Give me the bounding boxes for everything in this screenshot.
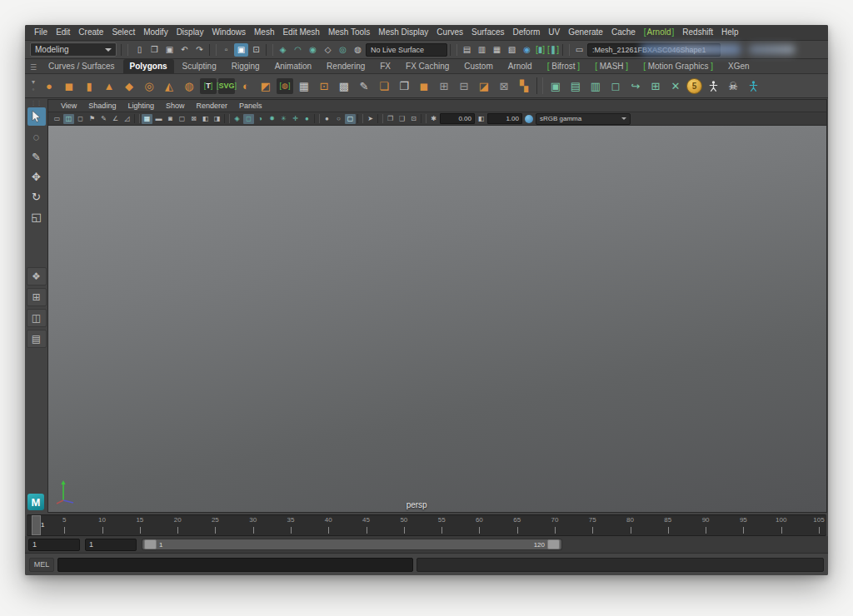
- viewport-toolbar-icon-18[interactable]: ◑: [255, 114, 266, 124]
- viewport-toolbar-icon-17[interactable]: ◻: [243, 114, 254, 124]
- scale-tool[interactable]: ◱: [27, 207, 46, 226]
- viewport-toolbar-icon-5[interactable]: ∠: [110, 114, 121, 124]
- move-tool[interactable]: ✥: [27, 167, 46, 186]
- duplicate-face-icon[interactable]: ❐: [395, 77, 413, 96]
- viewport-toolbar-icon-24[interactable]: ●: [322, 114, 332, 124]
- look-dev-view-icon[interactable]: ❚: [546, 45, 560, 54]
- viewport-toolbar-icon-12[interactable]: ⊠: [188, 114, 199, 124]
- render-view-icon[interactable]: ◉: [520, 43, 534, 57]
- viewport-menu-panels[interactable]: Panels: [233, 102, 268, 110]
- menu-help[interactable]: Help: [717, 25, 743, 40]
- viewport-toolbar-icon-22[interactable]: ●: [302, 114, 312, 124]
- unsmooth-mesh-icon[interactable]: ◻: [606, 77, 625, 96]
- viewport-toolbar-icon-19[interactable]: ✸: [267, 114, 277, 124]
- poly-cone-icon[interactable]: ▲: [100, 77, 118, 96]
- input-operations-icon[interactable]: ▤: [460, 43, 474, 57]
- select-hierarchy-icon[interactable]: ▫: [219, 43, 233, 57]
- planar-projection-icon[interactable]: ◩: [257, 77, 275, 96]
- menu-select[interactable]: Select: [107, 25, 139, 40]
- snap-to-curve-icon[interactable]: ◠: [291, 43, 305, 57]
- save-scene-icon[interactable]: ▣: [162, 43, 177, 57]
- snap-to-point-icon[interactable]: ◉: [306, 43, 320, 57]
- viewport-toolbar-icon-26[interactable]: ▢: [345, 114, 356, 124]
- shelf-tab-rigging[interactable]: Rigging: [225, 59, 267, 73]
- live-surface-field[interactable]: No Live Surface: [366, 43, 447, 57]
- playback-start-field[interactable]: 1: [85, 539, 137, 551]
- menuset-dropdown[interactable]: Modeling: [30, 42, 117, 57]
- menu-mesh-tools[interactable]: Mesh Tools: [324, 25, 374, 40]
- shelf-tab-rendering[interactable]: Rendering: [320, 59, 372, 73]
- snap-to-view-plane-icon[interactable]: ◎: [336, 43, 350, 57]
- viewport-toolbar-icon-4[interactable]: ✎: [98, 114, 109, 124]
- gamma-field[interactable]: 1.00: [487, 113, 522, 124]
- shelf-tab-mash[interactable]: MASH: [588, 59, 635, 73]
- viewport-toolbar-icon-3[interactable]: ⚑: [87, 114, 97, 124]
- shelf-tab-curves-surfaces[interactable]: Curves / Surfaces: [42, 59, 121, 73]
- open-scene-icon[interactable]: ❒: [147, 43, 162, 57]
- select-by-component-icon[interactable]: ⊡: [249, 43, 263, 57]
- reduce-mesh-icon[interactable]: ▥: [586, 77, 605, 96]
- mirror-icon[interactable]: ◪: [475, 77, 493, 96]
- menu-modify[interactable]: Modify: [139, 25, 172, 40]
- sphere-projection-icon[interactable]: ◐: [237, 77, 255, 96]
- menu-edit-mesh[interactable]: Edit Mesh: [278, 25, 323, 40]
- layout-two-pane[interactable]: ◫: [27, 309, 47, 327]
- viewport-toolbar-icon-1[interactable]: ◫: [63, 114, 74, 124]
- shelf-tab-arnold[interactable]: Arnold: [501, 59, 539, 73]
- animation-start-field[interactable]: 1: [28, 539, 80, 551]
- viewport-menu-show[interactable]: Show: [160, 102, 191, 110]
- viewport-toolbar-icon-30[interactable]: ❐: [385, 114, 396, 124]
- viewport-toolbar-icon-14[interactable]: ◨: [212, 114, 222, 124]
- viewport-menu-lighting[interactable]: Lighting: [122, 102, 160, 110]
- make-object-live-icon[interactable]: ◍: [351, 43, 365, 57]
- select-tool[interactable]: [27, 107, 46, 126]
- viewport-toolbar-icon-16[interactable]: ◈: [232, 114, 242, 124]
- viewport-toolbar-icon-13[interactable]: ◧: [200, 114, 211, 124]
- construction-history-icon[interactable]: ▦: [490, 43, 504, 57]
- menu-generate[interactable]: Generate: [564, 25, 607, 40]
- shelf-tab-polygons[interactable]: Polygons: [123, 59, 174, 73]
- selection-mask-icon[interactable]: ▭: [572, 43, 586, 57]
- lasso-select-tool[interactable]: ◌: [27, 127, 46, 146]
- menu-uv[interactable]: UV: [544, 25, 564, 40]
- viewport-toolbar-icon-11[interactable]: ▢: [177, 114, 187, 124]
- new-scene-icon[interactable]: ▯: [132, 43, 147, 57]
- range-slider-track[interactable]: 1 120: [142, 539, 561, 549]
- viewport-menu-view[interactable]: View: [55, 102, 82, 110]
- poly-cylinder-icon[interactable]: ▮: [80, 77, 98, 96]
- render-setup-icon[interactable]: ▮: [535, 45, 546, 54]
- command-input[interactable]: [57, 558, 413, 572]
- color-management-icon[interactable]: [525, 115, 533, 123]
- viewport-toolbar-icon-0[interactable]: ▭: [52, 114, 62, 124]
- layout-single-pane[interactable]: ❖: [27, 267, 47, 286]
- selection-name-field[interactable]: :Mesh_21261FBXASC046Shape1: [587, 43, 721, 57]
- viewport-toolbar-icon-32[interactable]: ⊡: [408, 114, 419, 124]
- menu-surfaces[interactable]: Surfaces: [467, 25, 508, 40]
- marking-menu-c-icon[interactable]: ⊠: [495, 77, 513, 96]
- shelf-tab-custom[interactable]: Custom: [457, 59, 499, 73]
- range-end-handle[interactable]: [547, 539, 560, 549]
- layout-four-view[interactable]: ⊞: [27, 288, 47, 306]
- combine-icon[interactable]: ▦: [295, 77, 313, 96]
- poly-plane-icon[interactable]: ◆: [120, 77, 138, 96]
- tile-tool-icon[interactable]: ▚: [515, 77, 533, 96]
- viewport-toolbar-icon-6[interactable]: ◿: [122, 114, 132, 124]
- rotate-tool[interactable]: ↻: [27, 187, 46, 206]
- viewport-toolbar-icon-8[interactable]: ▦: [142, 114, 152, 124]
- extrude-icon[interactable]: ◼: [415, 77, 433, 96]
- shelf-tab-animation[interactable]: Animation: [268, 59, 318, 73]
- shelf-tab-fx-caching[interactable]: FX Caching: [399, 59, 456, 73]
- drag-handle-icon[interactable]: ⋮⋮: [31, 101, 42, 106]
- gamma-icon[interactable]: ◧: [476, 114, 486, 124]
- exposure-field[interactable]: 0.00: [440, 113, 475, 124]
- command-language-button[interactable]: MEL: [29, 558, 54, 572]
- viewport-menu-shading[interactable]: Shading: [82, 102, 122, 110]
- poly-sphere-icon[interactable]: ●: [40, 77, 58, 96]
- bevel-icon[interactable]: ❏: [375, 77, 393, 96]
- layout-outliner-persp[interactable]: ▤: [27, 330, 47, 348]
- menu-curves[interactable]: Curves: [432, 25, 467, 40]
- skull-icon[interactable]: ☠: [724, 77, 742, 96]
- output-operations-icon[interactable]: ▥: [475, 43, 489, 57]
- spin-edge-icon[interactable]: ↪: [626, 77, 645, 96]
- paint-select-tool[interactable]: ✎: [27, 147, 46, 166]
